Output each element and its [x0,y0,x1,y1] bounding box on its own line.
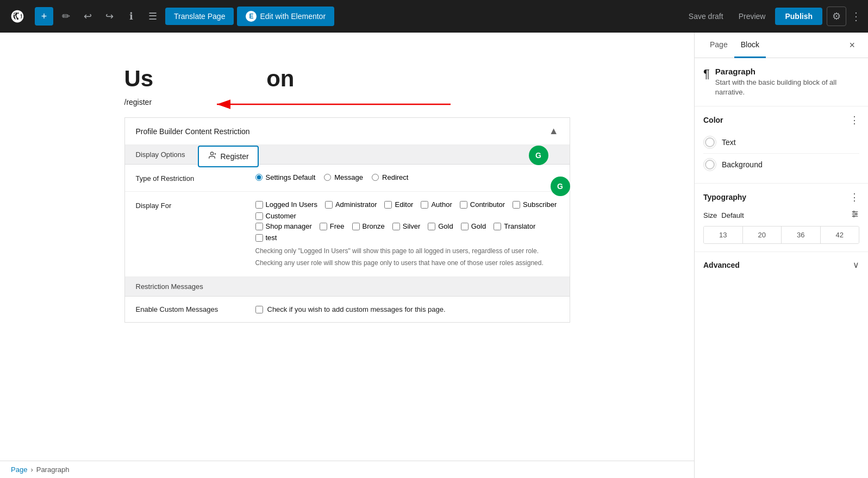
restriction-options: Settings Default Message Redirect [255,173,559,181]
translate-page-button[interactable]: Translate Page [165,8,234,25]
permalink: /register [124,98,570,106]
background-color-button[interactable] [703,158,716,171]
typography-title: Typography [703,193,746,202]
cb-administrator[interactable]: Administrator [325,200,377,209]
typography-header: Typography ⋮ [703,191,859,203]
checkbox-row-2: Shop manager Free Bronze Silver Gold Gol… [255,222,559,242]
cb-editor[interactable]: Editor [384,200,413,209]
help-text-1: Checking only "Logged In Users" will sho… [255,246,559,256]
block-desc: Start with the basic building block of a… [715,78,859,97]
color-title: Color [703,116,723,124]
main-layout: Us on Reg [0,33,868,478]
svg-point-8 [853,211,855,213]
edit-with-elementor-button[interactable]: E Edit with Elementor [237,7,334,26]
cb-customer[interactable]: Customer [255,212,296,220]
elementor-icon: E [246,11,257,22]
editor-area[interactable]: Us on Reg [0,33,694,478]
cb-free[interactable]: Free [320,222,345,230]
tab-block[interactable]: Block [734,33,766,58]
restriction-chevron[interactable]: ▲ [549,125,559,137]
enable-custom-label: Enable Custom Messages [136,305,245,313]
right-panel: Page Block × ¶ Paragraph Start with the … [694,33,868,478]
color-background-item: Background [703,154,859,175]
custom-msg-checkbox[interactable] [255,306,263,313]
wordpress-logo [7,5,28,27]
radio-settings-default-input[interactable] [255,174,263,181]
restriction-header: Profile Builder Content Restriction ▲ [125,118,570,145]
cb-silver[interactable]: Silver [392,222,421,230]
size-preset-36[interactable]: 36 [782,227,821,243]
advanced-section: Advanced ∨ [695,252,868,278]
tools-button[interactable]: ✏ [57,7,75,26]
toolbar-right: Save draft Preview Publish ⚙ ⋮ [683,7,861,26]
breadcrumb-page[interactable]: Page [11,466,27,474]
avatar: G [529,146,548,165]
cb-author[interactable]: Author [421,200,452,209]
custom-msg-content: Check if you wish to add custom messages… [255,305,446,313]
breadcrumb-separator: › [30,466,33,474]
color-more-button[interactable]: ⋮ [850,114,859,126]
radio-redirect-input[interactable] [372,174,379,181]
type-label: Type of Restriction [136,173,245,183]
background-color-circle [705,160,715,169]
cb-shop-manager[interactable]: Shop manager [255,222,312,230]
info-button[interactable]: ℹ [122,7,140,26]
advanced-header[interactable]: Advanced ∨ [703,260,859,270]
paragraph-icon: ¶ [703,67,710,81]
preview-button[interactable]: Preview [733,9,771,24]
list-view-button[interactable]: ☰ [143,7,162,26]
display-for-label: Display For [136,200,245,210]
cb-translator[interactable]: Translator [494,222,535,230]
editor-inner: Us on Reg [103,33,592,344]
size-controls-icon[interactable] [851,210,859,221]
radio-settings-default[interactable]: Settings Default [255,173,316,181]
advanced-chevron-icon: ∨ [853,260,859,270]
size-label: Size [703,211,717,219]
save-draft-button[interactable]: Save draft [683,9,729,24]
publish-button[interactable]: Publish [775,8,822,25]
more-options-button[interactable]: ⋮ [851,10,861,23]
background-color-label: Background [722,160,763,169]
size-preset-42[interactable]: 42 [821,227,859,243]
cb-bronze[interactable]: Bronze [352,222,385,230]
advanced-title: Advanced [703,261,740,269]
suggestion-box[interactable]: Register [198,146,259,167]
text-color-button[interactable] [703,136,716,149]
radio-message[interactable]: Message [324,173,363,181]
size-preset-13[interactable]: 13 [704,227,743,243]
radio-message-input[interactable] [324,174,331,181]
add-block-button[interactable]: + [35,7,53,26]
checkbox-row-1: Logged In Users Administrator Editor Aut… [255,200,559,220]
block-name: Paragraph [715,67,859,76]
register-icon [208,151,216,162]
breadcrumb-current: Paragraph [36,466,70,474]
cb-logged-in[interactable]: Logged In Users [255,200,317,209]
undo-button[interactable]: ↩ [78,7,97,26]
color-section: Color ⋮ Text Background [695,106,868,184]
cb-gold2[interactable]: Gold [461,222,486,230]
elementor-label: Edit with Elementor [260,12,326,21]
size-row: Size Default [703,210,859,221]
typography-more-button[interactable]: ⋮ [850,191,859,203]
restriction-container: Profile Builder Content Restriction ▲ Di… [124,117,570,323]
redo-button[interactable]: ↪ [100,7,118,26]
settings-button[interactable]: ⚙ [827,7,846,26]
svg-point-9 [855,213,857,215]
cb-contributor[interactable]: Contributor [460,200,505,209]
size-preset-20[interactable]: 20 [743,227,782,243]
display-for-row: Display For Logged In Users Administrato… [125,192,570,277]
type-of-restriction-row: Type of Restriction Settings Default Mes… [125,165,570,192]
size-presets: 13 20 36 42 [703,226,859,244]
typography-section: Typography ⋮ Size Default [695,184,868,252]
radio-redirect[interactable]: Redirect [372,173,408,181]
svg-point-0 [210,152,213,155]
tab-page[interactable]: Page [703,33,734,58]
panel-close-button[interactable]: × [845,35,859,55]
cb-subscriber[interactable]: Subscriber [513,200,557,209]
avatar-2: G [551,177,570,196]
display-for-content: Logged In Users Administrator Editor Aut… [255,200,559,268]
breadcrumb: Page › Paragraph [0,461,694,478]
cb-gold1[interactable]: Gold [428,222,453,230]
cb-test[interactable]: test [255,234,277,242]
custom-msg-row: Enable Custom Messages Check if you wish… [125,297,570,322]
